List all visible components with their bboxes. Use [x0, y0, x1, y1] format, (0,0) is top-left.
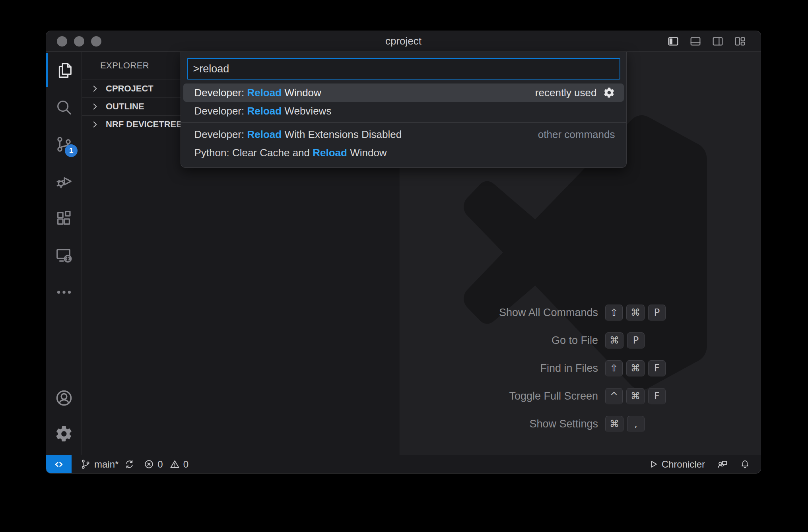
manage-button[interactable] — [46, 416, 82, 452]
remote-icon — [53, 458, 65, 470]
minimize-window-button[interactable] — [74, 36, 84, 47]
sidebar-item-run-debug[interactable] — [46, 163, 82, 200]
zoom-window-button[interactable] — [91, 36, 101, 47]
sidebar-item-search[interactable] — [46, 89, 82, 126]
row-text: Developer: Reload With Extensions Disabl… — [194, 128, 402, 141]
problems-status[interactable]: 0 0 — [144, 459, 188, 470]
match-text: Reload — [313, 147, 347, 159]
shortcut-row: Go to File ⌘ P — [467, 332, 674, 348]
cmd-key: ⌘ — [605, 332, 623, 349]
extensions-icon — [55, 209, 73, 227]
status-bar-right: Chronicler — [648, 459, 750, 470]
task-runner-status[interactable]: Chronicler — [648, 459, 705, 470]
shortcut-label: Toggle Full Screen — [467, 390, 598, 402]
status-bar: main* 0 0 Chronicler — [46, 455, 761, 473]
toggle-primary-sidebar-icon[interactable] — [667, 35, 680, 48]
chevron-right-icon — [90, 101, 100, 112]
group-label-recently-used: recently used — [535, 87, 597, 99]
section-label: CPROJECT — [106, 83, 153, 94]
error-count: 0 — [157, 459, 163, 470]
layout-controls — [667, 35, 746, 48]
toggle-secondary-sidebar-icon[interactable] — [711, 35, 724, 48]
section-label: NRF DEVICETREE — [106, 119, 182, 130]
error-icon — [144, 459, 154, 470]
row-text: Python: Clear Cache and Reload Window — [194, 147, 387, 159]
sidebar-item-explorer[interactable] — [46, 52, 82, 89]
row-text: Developer: Reload Window — [194, 87, 321, 99]
palette-row-reload-extensions-disabled[interactable]: Developer: Reload With Extensions Disabl… — [183, 125, 624, 144]
command-input[interactable]: >reload — [187, 58, 620, 80]
window-title: cproject — [385, 35, 421, 47]
cmd-key: ⌘ — [626, 305, 645, 321]
f-key: F — [648, 360, 666, 377]
comma-key: , — [627, 416, 645, 432]
cmd-key: ⌘ — [626, 388, 645, 404]
files-icon — [55, 61, 73, 80]
shortcut-keys: ⇧ ⌘ F — [605, 360, 666, 377]
f-key: F — [648, 388, 666, 404]
feedback-button[interactable] — [717, 459, 728, 470]
ellipsis-icon — [55, 283, 73, 301]
shortcut-label: Go to File — [467, 334, 598, 347]
remote-indicator[interactable] — [46, 455, 72, 473]
p-key: P — [648, 305, 666, 321]
section-label: OUTLINE — [106, 101, 144, 112]
task-runner-label: Chronicler — [662, 459, 705, 470]
shortcut-keys: ⌘ , — [605, 416, 645, 432]
shortcut-label: Find in Files — [467, 362, 598, 375]
account-icon — [55, 389, 73, 407]
sidebar-item-extensions[interactable] — [46, 200, 82, 237]
shortcut-row: Toggle Full Screen ^ ⌘ F — [467, 388, 674, 404]
configure-keybinding-gear-icon[interactable] — [603, 87, 615, 99]
command-query: >reload — [193, 63, 229, 75]
activity-bar-bottom — [46, 380, 82, 455]
gear-icon — [55, 425, 73, 443]
branch-name: main* — [94, 459, 118, 470]
shortcut-keys: ⌘ P — [605, 332, 645, 349]
sidebar-item-remote-explorer[interactable] — [46, 237, 82, 274]
git-branch-icon — [80, 459, 91, 470]
cmd-key: ⌘ — [605, 416, 623, 432]
vscode-window: cproject — [46, 31, 761, 473]
palette-row-reload-window[interactable]: Developer: Reload Window recently used — [183, 83, 624, 102]
accounts-button[interactable] — [46, 380, 82, 416]
shortcut-keys: ⇧ ⌘ P — [605, 305, 666, 321]
warning-icon — [169, 459, 180, 470]
match-text: Reload — [247, 105, 282, 117]
titlebar: cproject — [46, 31, 761, 52]
command-palette: >reload Developer: Reload Window recentl… — [181, 52, 627, 168]
shortcut-row: Show All Commands ⇧ ⌘ P — [467, 305, 674, 320]
shortcut-label: Show All Commands — [467, 307, 598, 319]
close-window-button[interactable] — [57, 36, 67, 47]
shortcut-label: Show Settings — [467, 418, 598, 430]
warning-count: 0 — [183, 459, 188, 470]
notifications-button[interactable] — [740, 459, 750, 470]
play-outline-icon — [648, 459, 658, 470]
match-text: Reload — [247, 128, 282, 140]
source-control-badge: 1 — [65, 144, 78, 157]
chevron-right-icon — [90, 119, 100, 130]
group-label-other-commands: other commands — [538, 128, 615, 141]
shortcut-row: Show Settings ⌘ , — [467, 416, 674, 432]
toggle-panel-icon[interactable] — [689, 35, 702, 48]
bell-icon — [740, 459, 750, 470]
run-debug-icon — [55, 172, 73, 190]
customize-layout-icon[interactable] — [734, 35, 746, 48]
feedback-icon — [717, 459, 728, 470]
row-text: Developer: Reload Webviews — [194, 105, 332, 117]
more-views-button[interactable] — [46, 274, 82, 311]
shortcut-row: Find in Files ⇧ ⌘ F — [467, 360, 674, 376]
branch-status[interactable]: main* — [80, 459, 135, 470]
palette-group-separator — [181, 122, 626, 123]
p-key: P — [627, 332, 645, 349]
sidebar-item-source-control[interactable]: 1 — [46, 126, 82, 163]
palette-row-python-clear-cache[interactable]: Python: Clear Cache and Reload Window — [183, 144, 624, 162]
watermark-shortcuts: Show All Commands ⇧ ⌘ P Go to File ⌘ P F — [467, 305, 674, 432]
cmd-key: ⌘ — [626, 360, 645, 377]
shift-key: ⇧ — [605, 305, 623, 321]
search-icon — [55, 98, 73, 116]
ctrl-key: ^ — [605, 388, 623, 404]
activity-bar: 1 — [46, 52, 82, 455]
palette-row-reload-webviews[interactable]: Developer: Reload Webviews — [183, 102, 624, 120]
workbench-main: 1 — [46, 52, 761, 455]
